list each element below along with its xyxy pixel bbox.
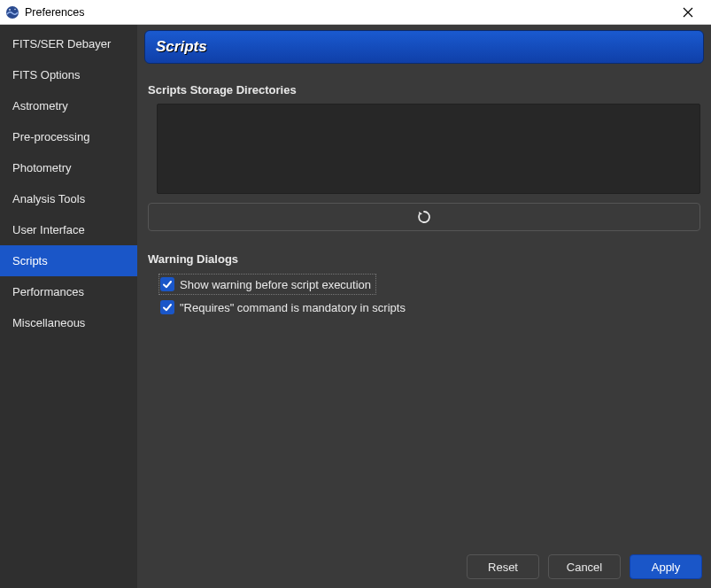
close-button[interactable] xyxy=(670,0,706,25)
checkmark-icon xyxy=(162,279,173,290)
scripts-directories-list[interactable] xyxy=(157,104,700,194)
reset-button[interactable]: Reset xyxy=(467,554,539,579)
sidebar-item-performances[interactable]: Performances xyxy=(0,276,137,307)
sidebar-item-label: Analysis Tools xyxy=(12,192,85,205)
button-label: Apply xyxy=(652,561,681,574)
sidebar-item-miscellaneous[interactable]: Miscellaneous xyxy=(0,307,137,338)
sidebar-item-label: Pre-processing xyxy=(12,130,89,143)
cancel-button[interactable]: Cancel xyxy=(548,554,621,579)
apply-button[interactable]: Apply xyxy=(630,554,702,579)
sidebar-item-label: Astrometry xyxy=(12,99,68,112)
sidebar-item-label: FITS/SER Debayer xyxy=(12,37,111,50)
sidebar-item-label: Performances xyxy=(12,285,84,298)
sidebar-item-label: Photometry xyxy=(12,161,71,174)
sidebar-item-user-interface[interactable]: User Interface xyxy=(0,214,137,245)
sidebar: FITS/SER Debayer FITS Options Astrometry… xyxy=(0,25,137,588)
svg-point-2 xyxy=(14,8,16,10)
body: FITS/SER Debayer FITS Options Astrometry… xyxy=(0,25,711,588)
sidebar-item-analysis-tools[interactable]: Analysis Tools xyxy=(0,183,137,214)
storage-section-label: Scripts Storage Directories xyxy=(148,83,704,97)
checkbox-requires-mandatory[interactable] xyxy=(160,300,174,314)
close-icon xyxy=(683,7,693,18)
refresh-button[interactable] xyxy=(148,203,700,231)
footer-buttons: Reset Cancel Apply xyxy=(467,554,702,579)
checkmark-icon xyxy=(162,302,173,313)
sidebar-item-photometry[interactable]: Photometry xyxy=(0,152,137,183)
main-panel: Scripts Scripts Storage Directories Warn… xyxy=(137,25,711,588)
warning-section-label: Warning Dialogs xyxy=(148,252,704,266)
sidebar-item-fits-options[interactable]: FITS Options xyxy=(0,59,137,90)
window-title: Preferences xyxy=(25,6,670,19)
checkbox-warn-before-exec[interactable] xyxy=(160,277,174,291)
check-row-requires-mandatory[interactable]: "Requires" command is mandatory in scrip… xyxy=(160,298,704,316)
sidebar-item-fits-ser-debayer[interactable]: FITS/SER Debayer xyxy=(0,28,137,59)
checkbox-label: "Requires" command is mandatory in scrip… xyxy=(180,301,406,314)
page-title: Scripts xyxy=(144,30,704,64)
sidebar-item-label: Scripts xyxy=(12,254,48,267)
app-icon xyxy=(5,5,19,19)
checkbox-label: Show warning before script execution xyxy=(180,278,371,291)
button-label: Cancel xyxy=(567,561,602,574)
sidebar-item-label: User Interface xyxy=(12,223,85,236)
sidebar-item-label: Miscellaneous xyxy=(12,316,85,329)
sidebar-item-label: FITS Options xyxy=(12,68,81,81)
svg-point-1 xyxy=(9,9,11,11)
sidebar-item-pre-processing[interactable]: Pre-processing xyxy=(0,121,137,152)
refresh-icon xyxy=(416,209,432,225)
button-label: Reset xyxy=(488,561,518,574)
sidebar-item-scripts[interactable]: Scripts xyxy=(0,245,137,276)
check-row-warn-before-exec[interactable]: Show warning before script execution xyxy=(160,275,375,293)
titlebar: Preferences xyxy=(0,0,711,25)
sidebar-item-astrometry[interactable]: Astrometry xyxy=(0,90,137,121)
